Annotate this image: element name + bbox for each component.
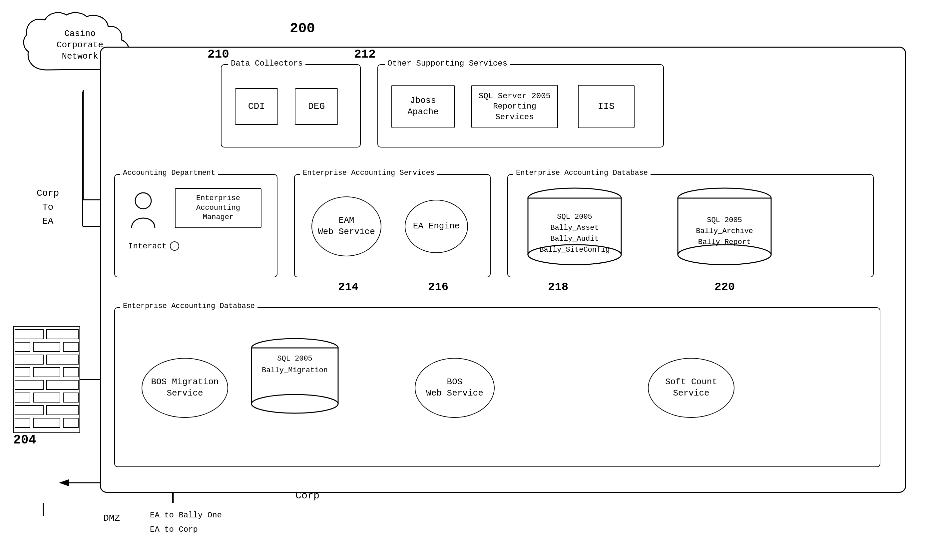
ref-212: 212 (354, 48, 376, 61)
data-collectors-label: Data Collectors (228, 59, 305, 68)
ea-services-box: Enterprise Accounting Services EAMWeb Se… (294, 174, 491, 277)
ref-204: 204 (13, 433, 36, 447)
bottom-db-label: Enterprise Accounting Database (120, 302, 257, 310)
ea-services-label: Enterprise Accounting Services (300, 169, 437, 177)
ref-218: 218 (548, 281, 568, 293)
ref-210: 210 (208, 48, 229, 61)
bally-migration-cylinder: SQL 2005Bally_Migration (248, 335, 342, 418)
deg-box: DEG (295, 88, 338, 125)
ea-db-top-box: Enterprise Accounting Database SQL 2005B… (507, 174, 874, 277)
corp-to-ea-label: CorpToEA (37, 186, 59, 228)
dmz-label: DMZ (103, 513, 120, 523)
other-services-box: Other Supporting Services JbossApache SQ… (377, 64, 664, 148)
db-cylinder-1: SQL 2005Bally_AssetBally_AuditBally_Site… (525, 185, 625, 268)
ea-engine-ellipse: EA Engine (405, 200, 468, 253)
data-collectors-box: Data Collectors CDI DEG (221, 64, 361, 148)
main-container: 210 Data Collectors CDI DEG 212 Other Su… (100, 47, 906, 493)
bottom-db-box: Enterprise Accounting Database BOS Migra… (114, 307, 881, 467)
cdi-box: CDI (235, 88, 278, 125)
corp-label: Corp (296, 490, 319, 502)
ref-200: 200 (290, 21, 315, 37)
jboss-box: JbossApache (391, 85, 455, 128)
sql-server-box: SQL Server 2005ReportingServices (471, 85, 558, 128)
ea-labels: EA to Bally One EA to Corp (150, 508, 222, 537)
main-diagram: Casino Corporate Network 200 210 Data Co… (0, 0, 933, 560)
svg-point-76 (251, 395, 338, 413)
ref-216: 216 (428, 281, 448, 293)
ea-to-bally-label: EA to Bally One (150, 508, 222, 522)
svg-point-73 (678, 245, 771, 265)
acct-dept-box: Accounting Department Enterprise Account… (114, 174, 277, 277)
firewall (13, 326, 80, 433)
ea-manager-box: Enterprise AccountingManager (175, 188, 262, 228)
ea-to-corp-label: EA to Corp (150, 522, 222, 537)
ref-220: 220 (714, 281, 735, 293)
ref-214: 214 (338, 281, 359, 293)
db1-text: SQL 2005Bally_AssetBally_AuditBally_Site… (525, 211, 625, 255)
iis-box: IIS (578, 85, 634, 128)
db2-text: SQL 2005Bally_ArchiveBally_Report (674, 215, 774, 248)
eam-ellipse: EAMWeb Service (311, 197, 382, 256)
db-cylinder-2: SQL 2005Bally_ArchiveBally_Report (674, 185, 774, 268)
bally-migration-text: SQL 2005Bally_Migration (248, 353, 342, 376)
person-icon (128, 191, 158, 228)
svg-point-67 (135, 193, 151, 209)
interact-label: Interact (128, 242, 179, 251)
other-services-label: Other Supporting Services (385, 59, 510, 68)
bos-web-ellipse: BOSWeb Service (415, 358, 495, 418)
soft-count-ellipse: Soft CountService (648, 358, 734, 418)
ea-db-top-label: Enterprise Accounting Database (513, 169, 651, 177)
acct-dept-label: Accounting Department (120, 169, 218, 177)
bos-migration-ellipse: BOS MigrationService (142, 358, 228, 418)
